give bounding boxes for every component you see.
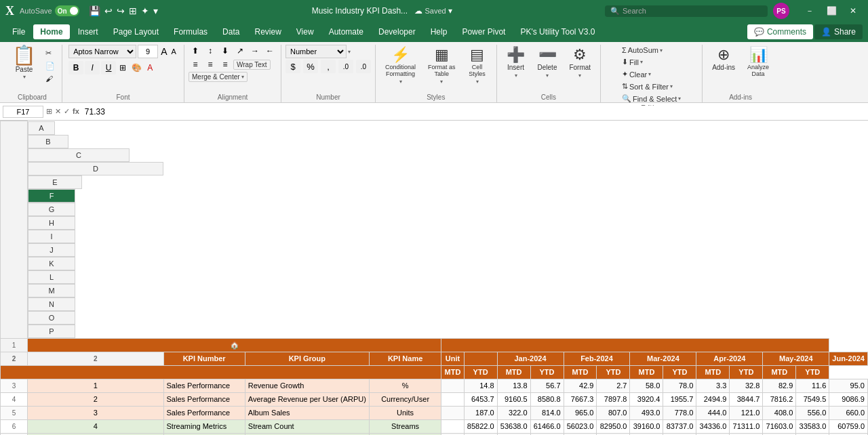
fill-button[interactable]: ⬇ Fill ▾ xyxy=(619,56,646,68)
data-cell[interactable]: 53638.0 xyxy=(497,419,530,433)
decrease-font-icon[interactable]: A xyxy=(170,47,178,56)
kpi-name-cell[interactable]: Album Sales xyxy=(245,406,369,419)
menu-file[interactable]: File xyxy=(5,24,32,39)
col-header-A[interactable]: A xyxy=(28,121,55,135)
copy-button[interactable]: 📄 xyxy=(43,60,58,72)
header-unit[interactable]: Unit xyxy=(441,352,464,365)
menu-home[interactable]: Home xyxy=(33,24,69,39)
data-cell[interactable]: 7667.3 xyxy=(564,392,597,406)
menu-page-layout[interactable]: Page Layout xyxy=(106,24,165,39)
data-cell[interactable]: 83737.0 xyxy=(663,419,696,433)
sort-filter-button[interactable]: ⇅ Sort & Filter ▾ xyxy=(619,81,675,92)
share-button[interactable]: 👤 Share xyxy=(814,24,863,39)
align-left-icon[interactable]: ≡ xyxy=(189,58,202,70)
data-cell[interactable]: 1955.7 xyxy=(663,392,696,406)
data-cell[interactable]: 556.0 xyxy=(796,406,829,419)
font-size-input[interactable] xyxy=(138,45,158,58)
increase-font-icon[interactable]: A xyxy=(159,46,168,57)
kpi-number-cell[interactable]: 2 xyxy=(28,392,164,406)
format-painter-button[interactable]: 🖌 xyxy=(43,73,58,84)
decrease-decimal-button[interactable]: .0 xyxy=(356,60,371,73)
data-cell[interactable]: 71311.0 xyxy=(730,419,763,433)
data-cell[interactable]: 6453.7 xyxy=(464,392,497,406)
cell-reference-input[interactable] xyxy=(3,106,43,118)
fill-color-icon[interactable]: 🎨 xyxy=(130,63,144,72)
kpi-group-cell[interactable]: Sales Performance xyxy=(163,379,245,392)
data-cell[interactable]: 8580.8 xyxy=(530,392,564,406)
data-cell[interactable]: 78.0 xyxy=(663,379,696,392)
data-cell[interactable]: 33583.0 xyxy=(796,419,829,433)
autosum-button[interactable]: Σ AutoSum ▾ xyxy=(619,45,665,56)
data-cell[interactable]: 60759.0 xyxy=(829,419,868,433)
data-cell[interactable]: 82950.0 xyxy=(597,419,630,433)
data-cell[interactable]: 408.0 xyxy=(763,406,796,419)
data-cell[interactable]: 85822.0 xyxy=(464,419,497,433)
data-cell[interactable]: 187.0 xyxy=(464,406,497,419)
find-select-button[interactable]: 🔍 Find & Select ▾ xyxy=(619,93,684,104)
data-cell[interactable]: 807.0 xyxy=(597,406,630,419)
number-format-select[interactable]: Number xyxy=(285,45,347,58)
undo-icon[interactable]: ↩ xyxy=(103,4,114,18)
data-cell[interactable]: 965.0 xyxy=(564,406,597,419)
header-kpi-name[interactable]: KPI Name xyxy=(369,352,441,365)
formula-input[interactable] xyxy=(82,106,865,118)
data-cell[interactable]: 7897.8 xyxy=(597,392,630,406)
addins-button[interactable]: ⊕ Add-ins xyxy=(707,45,741,74)
menu-help[interactable]: Help xyxy=(424,24,454,39)
comments-button[interactable]: 💬 Comments xyxy=(747,24,813,39)
col-header-C[interactable]: C xyxy=(28,148,130,162)
close-button[interactable]: ✕ xyxy=(844,1,863,20)
save-icon[interactable]: 💾 xyxy=(87,4,102,18)
currency-button[interactable]: $ xyxy=(285,60,300,73)
data-cell[interactable]: 493.0 xyxy=(630,406,663,419)
data-cell[interactable]: 58.0 xyxy=(630,379,663,392)
conditional-formatting-button[interactable]: ⚡ ConditionalFormatting ▾ xyxy=(380,45,421,87)
format-table-button[interactable]: ▦ Format asTable ▾ xyxy=(422,45,461,87)
col-header-H[interactable]: H xyxy=(28,216,75,230)
align-middle-icon[interactable]: ↕ xyxy=(203,45,217,57)
autosave-toggle[interactable]: On xyxy=(55,5,79,16)
cell-styles-button[interactable]: ▤ CellStyles ▾ xyxy=(462,45,492,87)
minimize-button[interactable]: － xyxy=(800,1,819,20)
kpi-name-cell[interactable]: Revenue Growth xyxy=(245,379,369,392)
underline-button[interactable]: U xyxy=(101,61,116,75)
avatar[interactable]: PS xyxy=(773,3,789,19)
align-top-icon[interactable]: ⬆ xyxy=(189,45,202,57)
menu-automate[interactable]: Automate xyxy=(322,24,370,39)
menu-view[interactable]: View xyxy=(290,24,321,39)
data-cell[interactable]: 34336.0 xyxy=(696,419,730,433)
align-right-icon[interactable]: ≡ xyxy=(218,58,232,70)
data-cell[interactable]: 7816.2 xyxy=(763,392,796,406)
unit-cell[interactable]: Units xyxy=(369,406,441,419)
text-orient-icon[interactable]: ↗ xyxy=(233,45,247,57)
grid-icon[interactable]: ⊞ xyxy=(127,4,138,18)
col-header-J[interactable]: J xyxy=(28,243,75,257)
spreadsheet-container[interactable]: A B C D E F G H I J K L M N O P 1 xyxy=(0,121,868,435)
expand-formula-icon[interactable]: ⊞ xyxy=(46,107,52,116)
header-kpi-group[interactable]: KPI Group xyxy=(245,352,369,365)
bold-button[interactable]: B xyxy=(68,61,83,75)
col-header-N[interactable]: N xyxy=(28,297,75,311)
insert-function-icon[interactable]: fx xyxy=(73,107,79,116)
kpi-number-cell[interactable]: 4 xyxy=(28,419,164,433)
data-cell[interactable]: 14.8 xyxy=(464,379,497,392)
align-bottom-icon[interactable]: ⬇ xyxy=(218,45,232,57)
autosave-control[interactable]: AutoSave On xyxy=(20,5,79,16)
col-header-G[interactable]: G xyxy=(28,203,75,216)
kpi-group-cell[interactable]: Sales Performance xyxy=(163,406,245,419)
search-bar[interactable]: 🔍 xyxy=(605,5,768,17)
percent-button[interactable]: % xyxy=(303,60,318,73)
more-icon[interactable]: ✦ xyxy=(140,4,151,18)
kpi-group-cell[interactable]: Streaming Metrics xyxy=(163,419,245,433)
kpi-name-cell[interactable]: Average Revenue per User (ARPU) xyxy=(245,392,369,406)
data-cell[interactable]: 9160.5 xyxy=(497,392,530,406)
data-cell[interactable]: 39160.0 xyxy=(630,419,663,433)
analyze-data-button[interactable]: 📊 AnalyzeData xyxy=(742,45,774,80)
data-cell[interactable]: 82.9 xyxy=(763,379,796,392)
data-cell[interactable]: 3.3 xyxy=(696,379,730,392)
insert-button[interactable]: ➕ Insert ▾ xyxy=(501,45,531,81)
col-header-K[interactable]: K xyxy=(28,257,75,270)
unit-cell[interactable]: % xyxy=(369,379,441,392)
data-cell[interactable]: 3920.4 xyxy=(630,392,663,406)
kpi-group-cell[interactable]: Sales Performance xyxy=(163,392,245,406)
